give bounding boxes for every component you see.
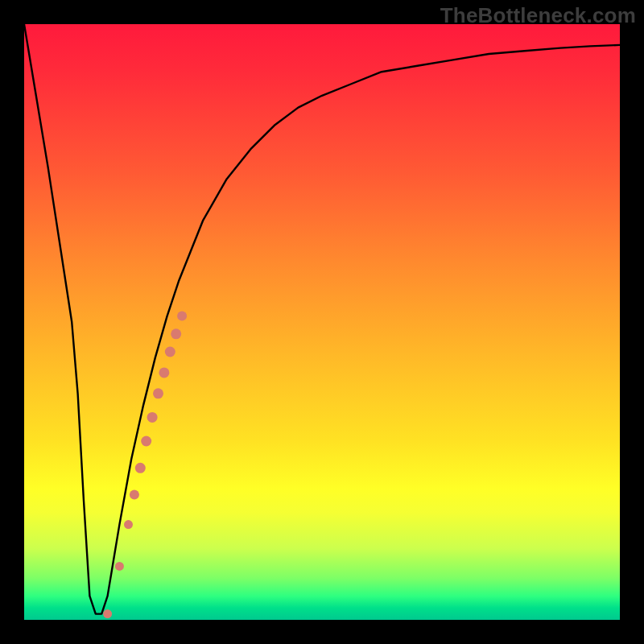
chart-frame: TheBottleneck.com (0, 0, 644, 644)
data-point (165, 347, 175, 357)
data-point (147, 412, 158, 423)
bottleneck-curve-path (24, 24, 620, 614)
data-point (177, 312, 187, 321)
plot-area (24, 24, 620, 620)
data-point (153, 388, 163, 398)
watermark-text: TheBottleneck.com (440, 3, 636, 28)
data-point (171, 328, 181, 339)
data-point (141, 436, 151, 447)
marker-group (103, 312, 187, 618)
data-point (135, 463, 146, 473)
data-point (124, 520, 133, 529)
data-point (115, 562, 124, 571)
data-point (130, 490, 139, 500)
data-point (159, 367, 169, 378)
chart-svg (24, 24, 620, 620)
curve-group (24, 24, 620, 614)
data-point (103, 609, 112, 618)
